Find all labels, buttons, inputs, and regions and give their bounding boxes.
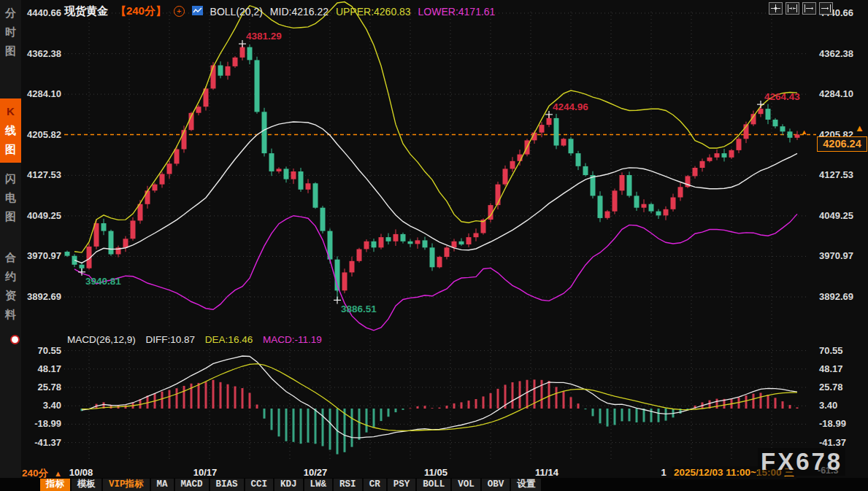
zoom-compress-icon[interactable] [786,2,799,15]
price-axis-label-left: 3892.69 [20,291,61,302]
price-axis-label-right: 3970.97 [819,250,864,261]
toolbar-item-15[interactable]: OBV [482,479,510,491]
toolbar-item-2[interactable]: 模板 [72,479,101,491]
zoom-expand-icon[interactable] [802,2,816,15]
current-price-tag: 4206.24 [817,136,867,152]
price-axis-label-left: 4440.66 [20,7,61,18]
price-up-arrow-icon: ▲ [855,123,864,134]
price-axis-label-right: 3892.69 [819,291,864,302]
macd-dea-value: DEA:16.46 [205,334,253,345]
toolbar-item-16[interactable]: 设置 [511,479,541,491]
chart-header: 现货黄金 【240分】 + BOLL(20,2) MID:4216.22 UPP… [64,4,499,18]
add-circle-icon[interactable]: + [174,6,185,17]
macd-params-label: MACD(26,12,9) [67,334,136,345]
price-axis-label-left: 4284.10 [20,88,61,99]
indicator-toolbar: 指标模板VIP指标MAMACDBIASCCIKDJLW&RSICRPSYBOLL… [40,479,541,491]
toolbar-item-7[interactable]: CCI [245,479,274,491]
toolbar-item-10[interactable]: RSI [334,479,362,491]
macd-axis-label-right: -18.99 [819,418,864,429]
toolbar-item-1[interactable]: 指标 [40,479,70,491]
svg-text:4381.29: 4381.29 [246,31,282,42]
boll-upper-value: UPPER:4260.83 [336,6,411,18]
chart-canvas[interactable]: 3940.814381.293886.514244.964264.43 [0,0,868,491]
pan-right-icon[interactable] [819,2,833,15]
macd-axis-label-left: 25.78 [20,382,61,393]
macd-axis-label-left: -41.37 [20,437,61,448]
sidebar-tab-2[interactable]: K线图 [0,98,21,163]
toolbar-item-4[interactable]: MA [151,479,174,491]
current-price-value: 4206.24 [823,138,861,150]
footer-period-label: 240分 [22,468,48,479]
svg-text:3886.51: 3886.51 [341,304,377,314]
toolbar-item-6[interactable]: BIAS [210,479,244,491]
chart-tools [769,2,833,15]
svg-text:3940.81: 3940.81 [85,276,121,287]
mini-chart-icon[interactable] [192,6,203,18]
macd-macd-value: MACD:-11.19 [263,334,322,345]
alert-icon[interactable] [12,336,18,343]
price-axis-label-left: 4049.25 [20,210,61,221]
macd-axis-label-right: 70.55 [819,345,864,356]
macd-header: MACD(26,12,9) DIFF:10.87 DEA:16.46 MACD:… [67,334,329,345]
trading-app: 3940.814381.293886.514244.964264.43 分时图K… [0,0,868,491]
boll-params: BOLL(20,2) [210,6,263,18]
macd-axis-label-right: 25.78 [819,382,864,393]
sidebar-tab-1[interactable]: 分时图 [0,4,21,61]
symbol-title: 现货黄金 [64,4,108,17]
toolbar-item-8[interactable]: KDJ [274,479,303,491]
price-axis-label-right: 4362.38 [819,48,864,59]
macd-axis-label-left: 3.40 [20,400,61,411]
price-axis-label-left: 4205.82 [20,129,61,140]
toolbar-item-5[interactable]: MACD [175,479,209,491]
price-axis-label-left: 4127.53 [20,169,61,180]
toolbar-item-13[interactable]: BOLL [417,479,450,491]
svg-text:4244.96: 4244.96 [553,101,588,112]
price-axis-label-right: 4049.25 [819,210,864,221]
macd-axis-label-right: 3.40 [819,400,864,411]
sidebar: 分时图K线图闪电图合约资料 [0,0,21,478]
price-line-arrow-icon: ▲ [801,128,807,136]
price-axis-label-left: 4362.38 [20,48,61,59]
toolbar-item-14[interactable]: VOL [452,479,480,491]
period-label[interactable]: 【240分】 [115,4,166,17]
macd-axis-label-left: 48.17 [20,363,61,374]
price-axis-label-right: 4127.53 [819,169,864,180]
svg-text:4264.43: 4264.43 [764,91,800,102]
date-axis-label: 10/08 [59,467,103,478]
macd-axis-label-left: 70.55 [20,345,61,356]
macd-axis-label-right: -41.37 [819,437,864,448]
toolbar-item-3[interactable]: VIP指标 [103,479,150,491]
watermark: FX678 [758,448,845,476]
crosshair-icon[interactable] [769,2,783,15]
boll-lower-value: LOWER:4171.61 [418,6,496,18]
toolbar-item-11[interactable]: CR [364,479,386,491]
price-axis-label-right: 4284.10 [819,88,864,99]
macd-diff-value: DIFF:10.87 [146,334,196,345]
toolbar-item-9[interactable]: LW& [304,479,333,491]
date-axis-label: 10/17 [183,467,227,478]
macd-axis-label-right: 48.17 [819,363,864,374]
macd-axis-label-left: -18.99 [20,418,61,429]
date-axis-label: 11/05 [414,467,458,478]
date-axis-label: 11/14 [525,467,569,478]
sidebar-tab-4[interactable]: 合约资料 [0,248,21,324]
date-axis-label: 10/27 [293,467,337,478]
toolbar-item-12[interactable]: PSY [388,479,416,491]
sidebar-tab-3[interactable]: 闪电图 [0,169,21,226]
boll-mid-value: MID:4216.22 [270,6,329,18]
price-axis-label-left: 3970.97 [20,250,61,261]
